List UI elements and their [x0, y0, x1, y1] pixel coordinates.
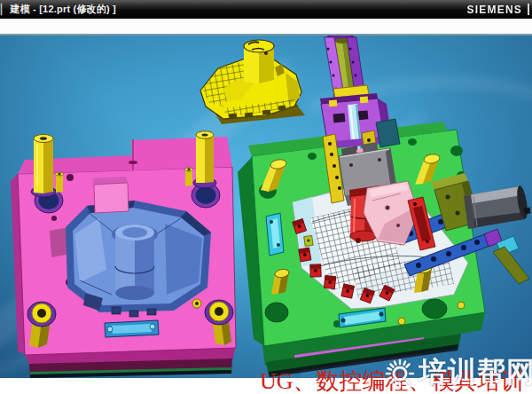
watermark: 培训帮网 [382, 353, 532, 392]
watermark-text: 培训帮网 [419, 353, 532, 392]
cropped-menu-strip [0, 19, 532, 35]
graphics-viewport[interactable] [0, 35, 532, 378]
window-title: 建模 - [12.prt (修改的) ] [8, 3, 116, 16]
cavity-mold-half[interactable] [11, 131, 236, 378]
sprue-boss [92, 177, 129, 213]
siemens-logo: SIEMENS [467, 3, 532, 16]
lock-plate-slot [105, 320, 159, 337]
title-cropped-fragment: ▏ [0, 4, 8, 15]
spacer-block [376, 119, 400, 147]
nx-application-window: ▏ 建模 - [12.prt (修改的) ] SIEMENS [0, 0, 532, 394]
cavity-insert-blue[interactable] [66, 201, 211, 317]
title-bar[interactable]: ▏ 建模 - [12.prt (修改的) ] SIEMENS [0, 0, 532, 19]
window-edge-tick [528, 4, 529, 15]
sun-icon [382, 355, 418, 390]
guide-pin [193, 131, 216, 188]
guide-pin [31, 135, 56, 198]
